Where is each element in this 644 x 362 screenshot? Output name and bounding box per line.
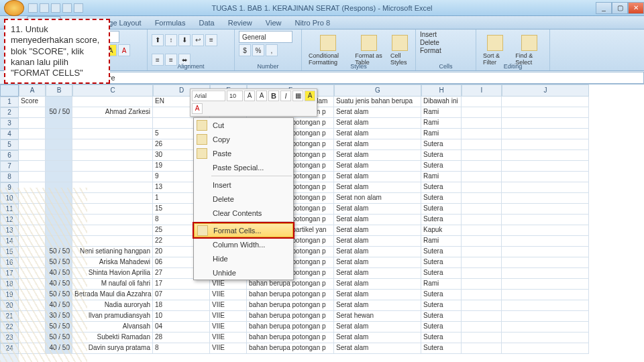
cell[interactable]: Serat alam <box>334 118 421 129</box>
cell[interactable] <box>72 204 153 215</box>
cell[interactable]: Sutera <box>421 300 462 311</box>
col-header-C[interactable]: C <box>72 84 153 97</box>
cell[interactable] <box>462 279 502 290</box>
cell[interactable]: Serat alam <box>334 322 421 333</box>
cm-format-cells[interactable]: Format Cells... <box>194 223 293 237</box>
cell[interactable] <box>462 161 502 172</box>
cell[interactable]: 50 / 50 <box>46 247 72 257</box>
cell[interactable] <box>19 279 46 290</box>
col-header-A[interactable]: A <box>19 84 46 97</box>
cell[interactable]: Serat alam <box>334 247 421 257</box>
cell[interactable]: 50 / 50 <box>46 257 72 268</box>
format-cells-button[interactable]: Format <box>420 47 441 54</box>
row-header[interactable]: 24 <box>0 343 19 354</box>
insert-cells-button[interactable]: Insert <box>420 31 437 38</box>
align-left-button[interactable]: ≡ <box>205 34 217 46</box>
cell[interactable] <box>72 139 153 150</box>
cell[interactable] <box>19 225 46 236</box>
tab-nitro[interactable]: Nitro Pro 8 <box>288 17 337 29</box>
row-header[interactable]: 11 <box>0 204 19 215</box>
cell[interactable] <box>462 257 502 268</box>
mini-fill[interactable]: A <box>305 90 315 101</box>
cm-delete[interactable]: Delete <box>194 192 293 206</box>
cell[interactable] <box>72 225 153 236</box>
cell[interactable]: Serat alam <box>334 257 421 268</box>
cell[interactable] <box>46 161 72 172</box>
cell[interactable]: Serat alam <box>334 129 421 139</box>
redo-icon[interactable] <box>51 3 60 13</box>
worksheet-grid[interactable]: 123456789101112131415161718192021222324 … <box>0 84 644 362</box>
cell[interactable]: Sutera <box>421 182 462 193</box>
cell[interactable]: Sutera <box>421 290 462 300</box>
cell[interactable] <box>46 172 72 182</box>
cell[interactable]: Alvansah <box>72 322 153 333</box>
cm-paste[interactable]: Paste <box>194 146 293 160</box>
cell[interactable] <box>19 193 46 204</box>
cell[interactable]: Serat alam <box>334 343 421 354</box>
cell[interactable] <box>19 343 46 354</box>
cell[interactable] <box>502 182 589 193</box>
cell[interactable] <box>19 215 46 225</box>
cell[interactable]: Serat alam <box>334 139 421 150</box>
maximize-button[interactable]: ▢ <box>612 2 628 14</box>
cell[interactable]: Nadia auroryah <box>72 300 153 311</box>
cell[interactable] <box>19 311 46 322</box>
cell[interactable] <box>502 247 589 257</box>
cell[interactable] <box>19 300 46 311</box>
cell[interactable] <box>462 97 502 107</box>
col-header-I[interactable]: I <box>462 84 502 97</box>
cm-hide[interactable]: Hide <box>194 251 293 265</box>
cell[interactable] <box>19 182 46 193</box>
mini-italic[interactable]: I <box>280 90 291 101</box>
cell[interactable] <box>502 268 589 279</box>
cell[interactable]: bahan berupa potongan p <box>247 311 334 322</box>
cell[interactable] <box>502 279 589 290</box>
cell[interactable]: Ahmad Zarkesi <box>72 107 153 118</box>
cm-unhide[interactable]: Unhide <box>194 265 293 280</box>
cell[interactable] <box>19 236 46 247</box>
cell[interactable]: Serat alam <box>334 161 421 172</box>
cell[interactable] <box>19 290 46 300</box>
cell[interactable] <box>46 182 72 193</box>
cell[interactable] <box>502 343 589 354</box>
cell[interactable]: 8 <box>153 343 210 354</box>
cell[interactable] <box>462 225 502 236</box>
cell[interactable] <box>462 343 502 354</box>
cell[interactable]: VIIE <box>210 343 247 354</box>
cell[interactable] <box>72 172 153 182</box>
cell[interactable]: Ilvan pramudiansyah <box>72 311 153 322</box>
row-header[interactable]: 14 <box>0 236 19 247</box>
cell[interactable]: VIIE <box>210 322 247 333</box>
row-header[interactable]: 9 <box>0 182 19 193</box>
cell[interactable] <box>72 193 153 204</box>
cell[interactable] <box>19 118 46 129</box>
cell[interactable]: VIIE <box>210 290 247 300</box>
cell[interactable]: Betrada Maul dia Azzahra <box>72 290 153 300</box>
cell[interactable]: Serat alam <box>334 279 421 290</box>
cell[interactable]: 50 / 50 <box>46 333 72 343</box>
sort-filter-button[interactable]: Sort & Filter <box>480 34 510 67</box>
align-middle-button[interactable]: ↕ <box>165 34 177 46</box>
cell[interactable] <box>46 118 72 129</box>
delete-cells-button[interactable]: Delete <box>420 39 439 46</box>
cell[interactable] <box>502 290 589 300</box>
mini-size-combo[interactable]: 10 <box>227 90 243 101</box>
cell[interactable] <box>19 322 46 333</box>
row-header[interactable]: 16 <box>0 257 19 268</box>
row-header[interactable]: 20 <box>0 300 19 311</box>
cell[interactable] <box>19 129 46 139</box>
qat-more-icon[interactable] <box>74 3 83 13</box>
col-header-B[interactable]: B <box>46 84 72 97</box>
cell[interactable] <box>462 193 502 204</box>
row-header[interactable]: 1 <box>0 97 19 107</box>
cell[interactable]: 07 <box>153 290 210 300</box>
tab-review[interactable]: Review <box>221 17 259 29</box>
find-select-button[interactable]: Find & Select <box>513 34 545 67</box>
cell[interactable]: Sutera <box>421 322 462 333</box>
cell[interactable] <box>502 97 589 107</box>
cell[interactable]: Serat alam <box>334 236 421 247</box>
cell[interactable] <box>462 182 502 193</box>
cell[interactable]: 04 <box>153 322 210 333</box>
cell[interactable] <box>46 215 72 225</box>
cell[interactable] <box>502 107 589 118</box>
